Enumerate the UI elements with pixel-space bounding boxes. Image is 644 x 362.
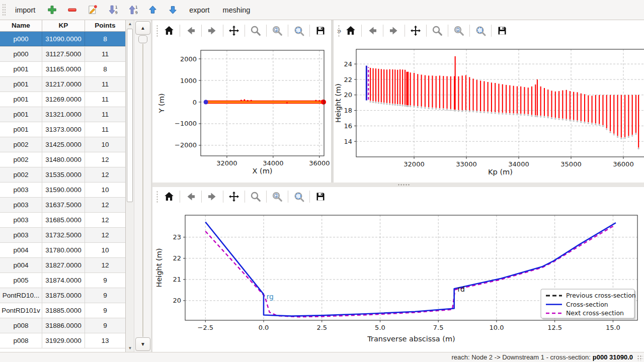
column-header-kp[interactable]: KP — [42, 20, 85, 31]
svg-text:9: 9 — [115, 11, 118, 15]
table-row[interactable]: p00231535.000012 — [0, 167, 125, 183]
home-button[interactable] — [343, 23, 359, 39]
splitter-handle[interactable] — [397, 184, 411, 186]
next-section-button[interactable]: ▼ — [135, 337, 150, 351]
table-cell: 31373.0000 — [42, 122, 85, 137]
remove-cross-section-button[interactable] — [63, 2, 80, 18]
y-tick-label: 0 — [193, 99, 197, 106]
table-row[interactable]: p00331590.000010 — [0, 183, 125, 198]
x-tick-label: 34000 — [263, 159, 283, 167]
table-row[interactable]: p00131373.000011 — [0, 122, 125, 137]
zoom-button[interactable] — [248, 189, 264, 205]
save-button[interactable] — [312, 23, 329, 39]
zoom-button[interactable] — [429, 23, 445, 39]
add-icon — [46, 4, 58, 16]
import-button[interactable]: import — [10, 3, 40, 17]
previous-section-button[interactable]: ▲ — [135, 21, 150, 35]
forward-button[interactable] — [204, 23, 220, 39]
scrollbar-thumb[interactable] — [127, 29, 133, 202]
toolbar-drag-handle[interactable] — [156, 191, 158, 203]
column-header-points[interactable]: Points — [85, 20, 126, 31]
table-cell: p001 — [0, 107, 42, 122]
back-button[interactable] — [183, 189, 199, 205]
y-tick-label: 22 — [173, 254, 181, 262]
section-slider-handle[interactable] — [138, 35, 147, 43]
longitudinal-profile-figure[interactable]: 3200033000340003500036000141618202224Kp … — [334, 43, 644, 183]
toolbar-separator — [180, 191, 180, 203]
zoom-rect-button[interactable] — [291, 189, 307, 205]
column-header-name[interactable]: Name — [0, 20, 42, 31]
table-scrollbar[interactable]: ▲ ▼ — [126, 20, 134, 352]
table-row[interactable]: p00031090.00008 — [0, 32, 125, 47]
horizontal-splitter[interactable] — [152, 183, 644, 187]
toolbar-drag-handle[interactable] — [156, 25, 158, 37]
table-row[interactable]: p00031127.500011 — [0, 47, 125, 62]
sort-ascending-button[interactable]: 19 — [124, 2, 141, 18]
scroll-down-icon[interactable]: ▼ — [126, 344, 134, 352]
table-row[interactable]: p00331637.500012 — [0, 198, 125, 213]
zoom-rect-button[interactable] — [472, 23, 489, 39]
back-button[interactable] — [364, 23, 380, 39]
table-row[interactable]: p00131321.000011 — [0, 107, 125, 122]
forward-button[interactable] — [204, 189, 220, 205]
table-row[interactable]: p00431780.000010 — [0, 243, 125, 258]
toolbar-drag-handle[interactable] — [338, 25, 340, 37]
forward-button[interactable] — [386, 23, 402, 39]
table-row[interactable]: p00331732.500012 — [0, 228, 125, 243]
back-button[interactable] — [183, 23, 199, 39]
table-row[interactable]: p00831929.000013 — [0, 333, 125, 348]
save-button[interactable] — [312, 189, 329, 205]
toolbar-drag-handle[interactable] — [2, 4, 6, 17]
data-point — [315, 100, 316, 102]
bar-bottom-marker — [566, 119, 568, 121]
resize-grip[interactable] — [637, 355, 643, 361]
cross-section-figure[interactable]: rgrd−2.50.02.55.07.510.012.515.020212223… — [152, 209, 644, 352]
x-tick-label: 12.5 — [547, 324, 562, 331]
meshing-button[interactable]: meshing — [218, 3, 256, 17]
table-row[interactable]: p00231480.000012 — [0, 152, 125, 167]
zoom-button[interactable] — [248, 23, 264, 39]
home-button[interactable] — [161, 23, 177, 39]
y-tick-label: 1000 — [180, 77, 197, 84]
table-row[interactable]: p00831886.00009 — [0, 318, 125, 333]
zoom-one-button[interactable]: 1 — [269, 23, 285, 39]
bar-bottom-marker — [595, 124, 597, 126]
save-button[interactable] — [494, 23, 510, 39]
plan-view-figure[interactable]: 320003400036000200010000−1000−2000X (m)Y… — [154, 43, 331, 183]
table-cell: 8 — [85, 32, 126, 46]
pan-button[interactable] — [408, 23, 424, 39]
home-button[interactable] — [161, 189, 177, 205]
zoom-rect-button[interactable] — [291, 23, 307, 39]
bar-bottom-marker — [421, 107, 423, 109]
move-down-button[interactable] — [164, 2, 181, 18]
table-row[interactable]: p00531874.00009 — [0, 273, 125, 288]
bar-bottom-marker — [386, 103, 388, 105]
scroll-up-icon[interactable]: ▲ — [126, 20, 134, 28]
table-row[interactable]: p00231425.000010 — [0, 137, 125, 152]
table-row[interactable]: p00331685.000012 — [0, 213, 125, 228]
table-row[interactable]: p00131269.000011 — [0, 92, 125, 107]
bar-bottom-marker — [534, 115, 536, 117]
export-button[interactable]: export — [184, 3, 214, 17]
add-cross-section-button[interactable] — [43, 2, 60, 18]
table-row[interactable]: PontRD101v31885.00009 — [0, 303, 125, 318]
plots-area: 1» 1 320003400036000200010000−1000−2000X… — [151, 20, 644, 352]
y-axis-label: Height (m) — [155, 248, 163, 288]
table-row[interactable]: p00431827.000012 — [0, 258, 125, 273]
zoom-one-button[interactable]: 1 — [269, 189, 285, 205]
pan-button[interactable] — [226, 189, 242, 205]
sort-descending-button[interactable]: 19 — [104, 2, 121, 18]
table-row[interactable]: p00131165.00008 — [0, 62, 125, 77]
pan-button[interactable] — [226, 23, 242, 39]
move-up-button[interactable] — [144, 2, 161, 18]
edit-cross-section-button[interactable] — [84, 2, 101, 18]
table-row[interactable]: PontRD10...31875.00009 — [0, 288, 125, 303]
table-row[interactable]: p00131217.000011 — [0, 77, 125, 92]
legend-label: Previous cross-section — [566, 292, 636, 299]
toolbar-separator — [180, 25, 180, 37]
table-cell: 31875.0000 — [42, 288, 85, 303]
toolbar-separator — [491, 25, 492, 37]
y-tick-label: 20 — [344, 91, 352, 99]
section-slider-track[interactable] — [142, 44, 143, 337]
zoom-one-button[interactable]: 1 — [451, 23, 467, 39]
